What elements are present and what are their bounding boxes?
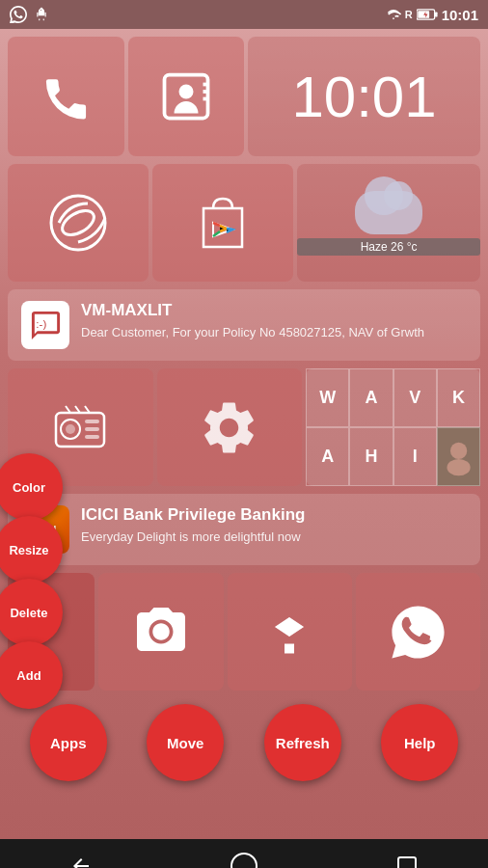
cloud-icon <box>355 191 422 234</box>
dropbox-icon <box>260 603 318 661</box>
weather-label: Haze 26 °c <box>297 238 480 256</box>
bottom-action-buttons: Apps Move Refresh Help <box>0 704 488 781</box>
row-1: 10:01 <box>0 29 488 164</box>
contact-cell-I: I <box>393 427 437 486</box>
camera-app-cell[interactable] <box>98 573 223 691</box>
contacts-icon <box>157 68 215 125</box>
vmmaxlit-title: VM-MAXLIT <box>81 301 424 320</box>
row-4: W A V K A H I <box>0 368 488 494</box>
phone-icon <box>40 70 93 123</box>
ie-app-cell[interactable] <box>8 164 149 282</box>
playstore-icon <box>194 189 252 257</box>
contact-cell-V: V <box>393 368 437 427</box>
nav-recent-button[interactable] <box>395 854 419 868</box>
icici-title: ICICI Bank Privilege Banking <box>81 505 305 525</box>
add-button[interactable]: Add <box>0 641 63 709</box>
whatsapp-status-icon <box>10 6 27 23</box>
contact-cell-A2: A <box>306 427 349 486</box>
contact-cell-K: K <box>437 368 480 427</box>
clock-display: 10:01 <box>291 64 436 130</box>
whatsapp-large-icon <box>387 601 449 664</box>
weather-cell: Haze 26 °c <box>297 164 480 282</box>
camera-icon <box>132 603 190 661</box>
status-icons-left <box>10 6 50 23</box>
icici-text: ICICI Bank Privilege Banking Everyday De… <box>81 505 305 546</box>
contact-grid: W A V K A H I <box>306 368 480 486</box>
status-icons-right: R 10:01 <box>386 7 478 23</box>
whatsapp-app-cell[interactable] <box>356 573 480 691</box>
svg-point-19 <box>447 459 470 475</box>
playstore-app-cell[interactable] <box>152 164 293 282</box>
side-buttons: Color Resize Delete Add <box>0 453 63 704</box>
time-display: 10:01 <box>442 7 478 23</box>
resize-button[interactable]: Resize <box>0 516 63 583</box>
nav-bar <box>0 839 488 868</box>
android-status-icon <box>33 6 50 23</box>
settings-app-cell[interactable] <box>157 368 303 486</box>
nav-back-button[interactable] <box>69 854 93 868</box>
vmmaxlit-icon: :-) <box>21 301 69 349</box>
svg-point-18 <box>450 443 467 459</box>
icici-body: Everyday Delight is more delightful now <box>81 529 305 546</box>
move-button[interactable]: Move <box>147 704 224 781</box>
svg-rect-22 <box>398 857 416 868</box>
dropbox-app-cell[interactable] <box>228 573 352 691</box>
ie-icon <box>49 194 107 252</box>
contacts-app-cell[interactable] <box>128 37 245 156</box>
vmmaxlit-text: VM-MAXLIT Dear Customer, For your Policy… <box>81 301 424 341</box>
delete-button[interactable]: Delete <box>0 579 63 646</box>
clock-cell: 10:01 <box>248 37 480 156</box>
svg-point-21 <box>231 854 257 868</box>
status-bar: R 10:01 <box>0 0 488 29</box>
notification-icici[interactable]: ICICI ICICI Bank Privilege Banking Every… <box>8 494 480 565</box>
nav-home-button[interactable] <box>230 853 258 868</box>
contact-cell-W: W <box>306 368 349 427</box>
row-6 <box>0 573 488 698</box>
svg-point-4 <box>178 85 193 99</box>
contact-cell-A1: A <box>349 368 393 427</box>
r-indicator: R <box>405 9 413 20</box>
svg-rect-14 <box>85 420 99 423</box>
signal-icon <box>386 8 401 21</box>
svg-rect-2 <box>435 12 438 16</box>
help-button[interactable]: Help <box>381 704 458 781</box>
contact-cell-H: H <box>349 427 393 486</box>
home-circle-icon <box>230 853 258 868</box>
notification-vmmaxlit[interactable]: :-) VM-MAXLIT Dear Customer, For your Po… <box>8 289 480 361</box>
recent-icon <box>395 854 419 868</box>
svg-text::-): :-) <box>36 317 46 330</box>
svg-rect-15 <box>85 427 99 431</box>
vmmaxlit-body: Dear Customer, For your Policy No 458027… <box>81 324 424 341</box>
svg-rect-20 <box>285 644 294 654</box>
row-2: Haze 26 °c <box>0 164 488 289</box>
svg-rect-16 <box>85 435 99 439</box>
battery-icon <box>417 8 438 21</box>
back-icon <box>69 854 93 868</box>
svg-rect-1 <box>418 11 429 18</box>
main-content: 10:01 <box>0 29 488 839</box>
svg-point-13 <box>66 424 75 434</box>
color-button[interactable]: Color <box>0 453 63 521</box>
refresh-button[interactable]: Refresh <box>264 704 341 781</box>
phone-app-cell[interactable] <box>8 37 124 156</box>
settings-icon <box>198 396 260 459</box>
contact-cell-photo <box>437 427 480 486</box>
apps-button[interactable]: Apps <box>30 704 107 781</box>
radio-icon <box>51 398 109 456</box>
